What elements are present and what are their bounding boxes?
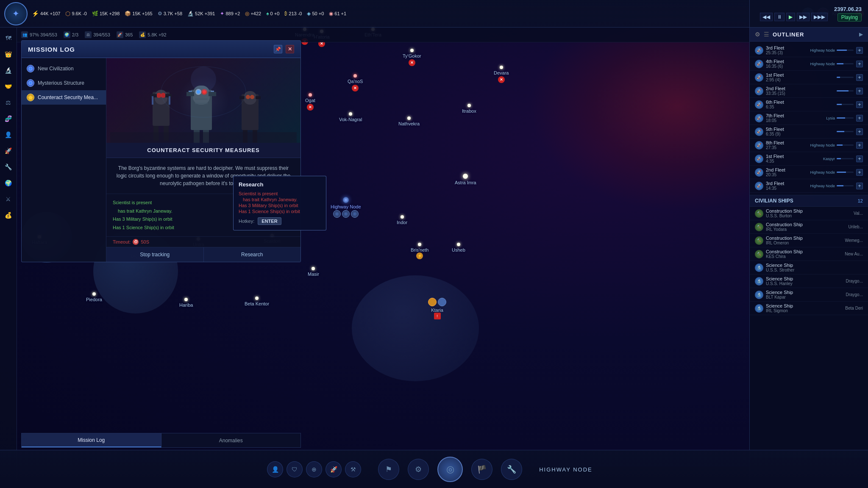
sidebar-military[interactable]: ⚔ — [2, 193, 15, 205]
science-ship-3[interactable]: 🔬 Science Ship BLT Kapar Draygo... — [750, 288, 868, 302]
sidebar-species[interactable]: 🧬 — [2, 112, 15, 125]
system-usheb[interactable]: Usheb — [452, 243, 465, 252]
system-vok-nagral[interactable]: Vok-Nagral — [339, 112, 362, 122]
alloys-value: 3.7K +58 — [164, 11, 182, 16]
action-target[interactable]: ⊕ — [306, 461, 322, 477]
fleet-item-3rd-b[interactable]: 🚀 3rd Fleet 14:35 Highway Node + — [750, 179, 868, 193]
fleet-item-1st[interactable]: 🚀 1st Fleet 2:95 (4) + — [750, 71, 868, 84]
fleet-section: 🚀 3rd Fleet 25:35 (3) Highway Node + 🚀 4… — [750, 42, 868, 195]
sidebar-research[interactable]: 🔬 — [2, 64, 15, 77]
tab-mission-log[interactable]: Mission Log — [22, 433, 161, 447]
fleet-add-btn[interactable]: + — [856, 128, 863, 135]
outliner-settings-icon[interactable]: ⚙ — [755, 31, 760, 38]
fleet-item-7th[interactable]: 🚀 7th Fleet 18:05 Lysia + — [750, 111, 868, 125]
system-highway-node[interactable]: Highway Node — [331, 197, 361, 218]
fleet-add-btn[interactable]: + — [856, 155, 863, 162]
sidebar-construction[interactable]: 🔧 — [2, 161, 15, 173]
speed-pause[interactable]: ⏸ — [774, 13, 785, 21]
system-brisneth[interactable]: Bris'neth ⚡ — [411, 243, 428, 259]
research-button[interactable]: Research — [204, 247, 301, 262]
science-ship-4[interactable]: 🔬 Science Ship IRL Sigmon Beta Deri — [750, 302, 868, 315]
sidebar-ships[interactable]: 🚀 — [2, 144, 15, 157]
action-settings[interactable]: ⚙ — [408, 459, 429, 480]
fleet-add-btn[interactable]: + — [856, 47, 863, 54]
resource-research: 🔬 52K +391 — [187, 11, 215, 17]
ship-name: Science Ship — [766, 276, 843, 281]
action-person[interactable]: 👤 — [267, 461, 283, 477]
action-flag[interactable]: 🏴 — [471, 459, 492, 480]
fleet-item-5th[interactable]: 🚀 5th Fleet 6:35 (9) + — [750, 125, 868, 139]
action-shield[interactable]: 🛡 — [287, 461, 303, 477]
consumer-value: 15K +165 — [132, 11, 152, 16]
fleet-item-8th[interactable]: 🚀 8th Fleet 27:35 Highway Node + — [750, 139, 868, 152]
civilian-ships-header: CIVILIAN SHIPS 12 — [750, 195, 868, 207]
sidebar-factions[interactable]: ⚖ — [2, 96, 15, 109]
system-indor[interactable]: Indor — [397, 215, 407, 225]
fleet-item-3rd[interactable]: 🚀 3rd Fleet 25:35 (3) Highway Node + — [750, 44, 868, 57]
tab-anomalies[interactable]: Anomalies — [161, 433, 301, 447]
fleet-stats: Kaspyr — [823, 157, 854, 161]
fleet-add-btn[interactable]: + — [856, 142, 863, 149]
action-tools[interactable]: 🔧 — [501, 459, 522, 480]
system-ogat[interactable]: Ogat ✕ — [305, 93, 315, 111]
system-devara[interactable]: Devara ✕ — [494, 66, 509, 83]
system-ktaria[interactable]: Ktaria ! — [428, 298, 446, 319]
fleet-item-1st-b[interactable]: 🚀 1st Fleet 4:35 Kaspyr + — [750, 152, 868, 166]
civilian-ship-3[interactable]: 🔨 Construction Ship IRL Omeron Wemeg... — [750, 234, 868, 247]
fleet-item-6th[interactable]: 🚀 6th Fleet 6:35 + — [750, 98, 868, 111]
system-label: Piedora — [86, 297, 102, 302]
mission-item-mysterious[interactable]: Mysterious Structure — [22, 76, 106, 90]
action-main[interactable]: ◎ — [437, 457, 463, 482]
outliner-menu-icon[interactable]: ☰ — [764, 31, 769, 38]
system-qanos[interactable]: Qa'noS ✕ — [348, 74, 363, 92]
system-itrabox[interactable]: Itrabox — [462, 104, 476, 114]
system-piedora[interactable]: Piedora — [86, 292, 102, 302]
fleet-add-btn[interactable]: + — [856, 101, 863, 108]
mission-item-counteract[interactable]: Counteract Security Mea... — [22, 90, 106, 105]
fleet-item-2nd[interactable]: 🚀 2nd Fleet 33:35 (15) + — [750, 84, 868, 98]
research-tooltip: Research Scientist is present has trait … — [233, 176, 326, 230]
fleet-add-btn[interactable]: + — [856, 61, 863, 67]
sidebar-planets[interactable]: 🌍 — [2, 177, 15, 189]
mission-item-new-civ[interactable]: New Civilization — [22, 61, 106, 76]
system-masir[interactable]: Masir — [308, 267, 319, 277]
speed-rewind[interactable]: ◀◀ — [760, 13, 773, 21]
action-repair[interactable]: ⚒ — [345, 461, 361, 477]
ship-name: Construction Ship — [766, 236, 842, 241]
fleet-item-4th[interactable]: 🚀 4th Fleet 16:35 (6) Highway Node + — [750, 57, 868, 71]
pin-button[interactable]: 📌 — [274, 45, 282, 53]
speed-3x[interactable]: ▶▶▶ — [811, 13, 828, 21]
action-rally[interactable]: ⚑ — [378, 459, 399, 480]
system-nathvekra[interactable]: Nathvekra — [398, 116, 420, 126]
system-ty-gokor[interactable]: Ty'Gokor ✕ — [403, 49, 421, 66]
speed-1x[interactable]: ▶ — [786, 13, 795, 21]
fleet-add-btn[interactable]: + — [856, 74, 863, 81]
speed-2x[interactable]: ▶▶ — [797, 13, 810, 21]
civilian-ship-1[interactable]: 🔨 Construction Ship U.S.S. Burton Val... — [750, 207, 868, 220]
outliner-collapse[interactable]: ▶ — [859, 31, 863, 37]
close-button[interactable]: ✕ — [286, 45, 294, 53]
sidebar-trade[interactable]: 💰 — [2, 209, 15, 222]
system-beta-kentor[interactable]: Beta Kentor — [245, 297, 269, 306]
system-hariba[interactable]: Hariba — [179, 298, 193, 308]
sidebar-diplomacy[interactable]: 🤝 — [2, 80, 15, 93]
system-astra-imra[interactable]: Astra Imra — [455, 174, 476, 185]
faction-logo[interactable]: ✦ — [4, 2, 28, 25]
sidebar-empire[interactable]: 👑 — [2, 48, 15, 61]
sidebar-map[interactable]: 🗺 — [2, 32, 15, 44]
fleet-add-btn[interactable]: + — [856, 169, 863, 176]
civilian-ship-4[interactable]: 🔨 Construction Ship KES Chira New Au... — [750, 247, 868, 261]
civilian-ship-2[interactable]: 🔨 Construction Ship IRL Yodara Urileb... — [750, 220, 868, 234]
fleet-add-btn[interactable]: + — [856, 183, 863, 189]
fleet-add-btn[interactable]: + — [856, 115, 863, 122]
construction-ship-icon: 🔨 — [755, 209, 763, 218]
fleet-add-btn[interactable]: + — [856, 88, 863, 94]
ktaria-icon2 — [438, 298, 446, 306]
stop-tracking-button[interactable]: Stop tracking — [106, 247, 204, 262]
science-ship-1[interactable]: 🔬 Science Ship U.S.S. Strother — [750, 261, 868, 274]
action-ship[interactable]: 🚀 — [326, 461, 342, 477]
fleet-detail: 14:35 — [766, 186, 807, 191]
science-ship-2[interactable]: 🔬 Science Ship U.S.S. Hanley Draygo... — [750, 274, 868, 288]
fleet-item-2nd-b[interactable]: 🚀 2nd Fleet 20:35 Highway Node + — [750, 166, 868, 179]
sidebar-leaders[interactable]: 👤 — [2, 128, 15, 141]
